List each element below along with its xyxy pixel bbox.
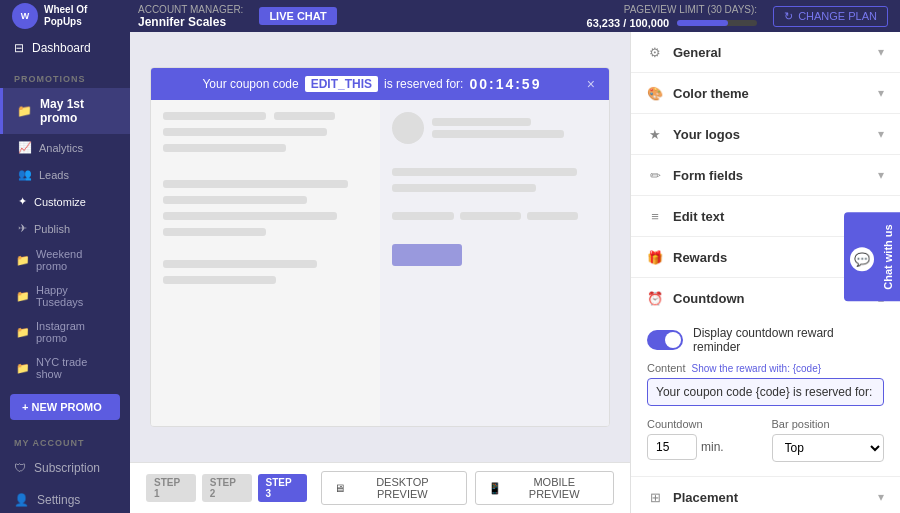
chevron-down-icon: ▾ bbox=[878, 45, 884, 59]
coupon-suffix: is reserved for: bbox=[384, 77, 463, 91]
sidebar-item-publish[interactable]: ✈ Publish bbox=[0, 215, 130, 242]
new-promo-button[interactable]: + NEW PROMO bbox=[10, 394, 120, 420]
settings-icon: 👤 bbox=[14, 493, 29, 507]
panel-section-form-fields-header[interactable]: ✏ Form fields ▾ bbox=[631, 155, 900, 195]
live-chat-button[interactable]: LIVE CHAT bbox=[259, 7, 336, 25]
coupon-banner-text: Your coupon code EDIT_THIS is reserved f… bbox=[165, 76, 579, 92]
skeleton-bar bbox=[274, 112, 336, 120]
sidebar-item-dashboard[interactable]: ⊟ Dashboard bbox=[0, 32, 130, 64]
pageview-label: PAGEVIEW LIMIT (30 DAYS): bbox=[624, 4, 757, 15]
countdown-toggle[interactable] bbox=[647, 330, 683, 350]
toggle-knob bbox=[665, 332, 681, 348]
skeleton-bar bbox=[163, 144, 286, 152]
desktop-preview-button[interactable]: 🖥 DESKTOP PREVIEW bbox=[321, 471, 467, 505]
step1-badge[interactable]: STEP 1 bbox=[146, 474, 196, 502]
sidebar-item-customize[interactable]: ✦ Customize bbox=[0, 188, 130, 215]
skeleton-bar bbox=[392, 184, 536, 192]
sidebar-item-leads[interactable]: 👥 Leads bbox=[0, 161, 130, 188]
folder-item-nyc[interactable]: 📁 NYC trade show bbox=[0, 350, 130, 386]
form-fields-icon: ✏ bbox=[647, 167, 663, 183]
skeleton-bar bbox=[392, 212, 454, 220]
publish-icon: ✈ bbox=[18, 222, 27, 235]
sidebar-item-analytics[interactable]: 📈 Analytics bbox=[0, 134, 130, 161]
folder-item-happy[interactable]: 📁 Happy Tusedays bbox=[0, 278, 130, 314]
sidebar-item-active-promo[interactable]: 📁 May 1st promo bbox=[0, 88, 130, 134]
panel-section-general-header[interactable]: ⚙ General ▾ bbox=[631, 32, 900, 72]
chevron-down-icon: ▾ bbox=[878, 86, 884, 100]
content-input[interactable] bbox=[647, 378, 884, 406]
main-layout: ⊟ Dashboard PROMOTIONS 📁 May 1st promo 📈… bbox=[0, 32, 900, 513]
countdown-body: Content Show the reward with: {code} Cou… bbox=[631, 362, 900, 476]
logo-text: Wheel OfPopUps bbox=[44, 4, 87, 28]
bar-position-select[interactable]: Top Bottom bbox=[772, 434, 885, 462]
countdown-toggle-label: Display countdown reward reminder bbox=[693, 326, 884, 354]
sidebar-item-subscription[interactable]: 🛡 Subscription bbox=[0, 452, 130, 484]
skeleton-bar bbox=[163, 228, 266, 236]
countdown-toggle-row: Display countdown reward reminder bbox=[631, 318, 900, 362]
panel-section-color-theme: 🎨 Color theme ▾ bbox=[631, 73, 900, 114]
panel-section-color-theme-header[interactable]: 🎨 Color theme ▾ bbox=[631, 73, 900, 113]
change-plan-button[interactable]: ↻ CHANGE PLAN bbox=[773, 6, 888, 27]
panel-section-logos-header[interactable]: ★ Your logos ▾ bbox=[631, 114, 900, 154]
chevron-down-icon: ▾ bbox=[878, 168, 884, 182]
panel-section-form-fields: ✏ Form fields ▾ bbox=[631, 155, 900, 196]
countdown-unit: min. bbox=[701, 440, 724, 454]
skeleton-bar bbox=[460, 212, 522, 220]
skeleton-bar bbox=[163, 196, 307, 204]
countdown-value-input[interactable] bbox=[647, 434, 697, 460]
leads-icon: 👥 bbox=[18, 168, 32, 181]
chat-widget[interactable]: Chat with us 💬 bbox=[844, 212, 900, 301]
analytics-icon: 📈 bbox=[18, 141, 32, 154]
canvas-inner: Your coupon code EDIT_THIS is reserved f… bbox=[150, 67, 610, 427]
panel-section-general: ⚙ General ▾ bbox=[631, 32, 900, 73]
folder-item-weekend[interactable]: 📁 Weekend promo bbox=[0, 242, 130, 278]
account-label: ACCOUNT MANAGER: bbox=[138, 4, 243, 15]
canvas-steps-bar: STEP 1 STEP 2 STEP 3 🖥 DESKTOP PREVIEW 📱… bbox=[130, 462, 630, 513]
rewards-icon: 🎁 bbox=[647, 249, 663, 265]
countdown-inline-row: Countdown min. Bar position Top Bottom bbox=[647, 418, 884, 462]
panel-section-placement-header[interactable]: ⊞ Placement ▾ bbox=[631, 477, 900, 513]
panel-section-placement: ⊞ Placement ▾ bbox=[631, 477, 900, 513]
my-account-label: MY ACCOUNT bbox=[0, 428, 130, 452]
folder-item-instagram[interactable]: 📁 Instagram promo bbox=[0, 314, 130, 350]
content-area: Your coupon code EDIT_THIS is reserved f… bbox=[130, 32, 630, 513]
general-icon: ⚙ bbox=[647, 44, 663, 60]
coupon-timer: 00:14:59 bbox=[469, 76, 541, 92]
chevron-down-icon: ▾ bbox=[878, 490, 884, 504]
skeleton-button bbox=[392, 244, 462, 266]
mobile-preview-button[interactable]: 📱 MOBILE PREVIEW bbox=[475, 471, 614, 505]
account-name: Jennifer Scales bbox=[138, 15, 243, 29]
folder-icon: 📁 bbox=[16, 290, 30, 303]
mobile-icon: 📱 bbox=[488, 482, 502, 495]
canvas-area: Your coupon code EDIT_THIS is reserved f… bbox=[130, 32, 630, 462]
panel-section-countdown: ⏰ Countdown ▴ Display countdown reward r… bbox=[631, 278, 900, 477]
skeleton-avatar-row bbox=[392, 112, 597, 144]
edit-text-icon: ≡ bbox=[647, 208, 663, 224]
skeleton-bar bbox=[432, 130, 564, 138]
skeleton-row bbox=[163, 112, 368, 120]
pageview-count: 63,233 / 100,000 bbox=[587, 17, 670, 29]
skeleton-bar bbox=[163, 112, 266, 120]
show-reward-link[interactable]: Show the reward with: {code} bbox=[692, 363, 822, 374]
skeleton-bar bbox=[163, 276, 276, 284]
sidebar-item-settings[interactable]: 👤 Settings bbox=[0, 484, 130, 513]
skeleton-bar bbox=[163, 212, 337, 220]
pageview-section: PAGEVIEW LIMIT (30 DAYS): 63,233 / 100,0… bbox=[587, 4, 758, 29]
step3-badge[interactable]: STEP 3 bbox=[258, 474, 308, 502]
dashboard-icon: ⊟ bbox=[14, 41, 24, 55]
step2-badge[interactable]: STEP 2 bbox=[202, 474, 252, 502]
customize-icon: ✦ bbox=[18, 195, 27, 208]
folder-icon: 📁 bbox=[16, 362, 30, 375]
skeleton-bar bbox=[392, 168, 577, 176]
promotions-section-label: PROMOTIONS bbox=[0, 64, 130, 88]
folder-icon: 📁 bbox=[16, 254, 30, 267]
account-info: ACCOUNT MANAGER: Jennifer Scales bbox=[138, 4, 243, 29]
desktop-icon: 🖥 bbox=[334, 482, 345, 494]
coupon-close-icon[interactable]: × bbox=[587, 76, 595, 92]
skeleton-bar bbox=[163, 128, 327, 136]
skeleton-circle bbox=[392, 112, 424, 144]
coupon-prefix: Your coupon code bbox=[202, 77, 298, 91]
countdown-label: Countdown bbox=[647, 418, 760, 430]
content-field-row: Content Show the reward with: {code} bbox=[647, 362, 884, 406]
sidebar: ⊟ Dashboard PROMOTIONS 📁 May 1st promo 📈… bbox=[0, 32, 130, 513]
